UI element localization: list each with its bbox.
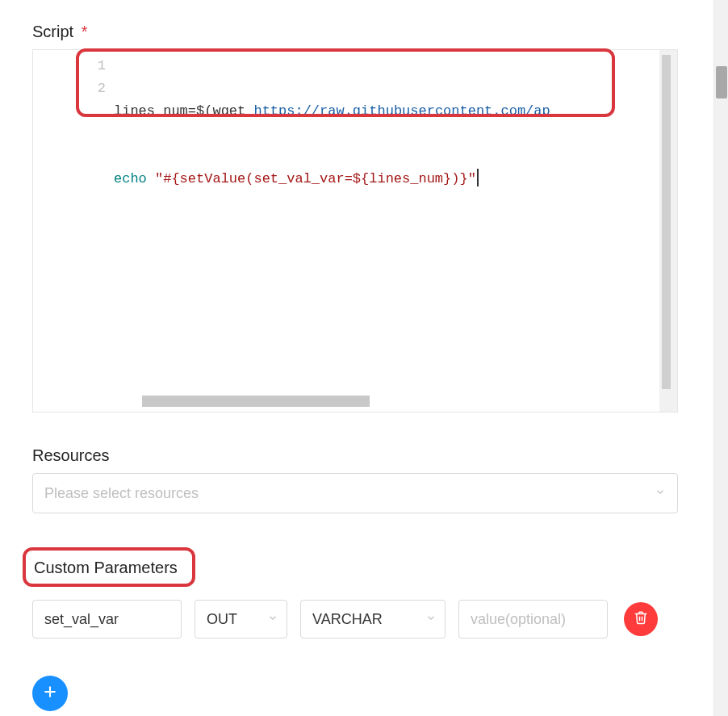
- plus-icon: [42, 684, 58, 703]
- required-asterisk: *: [82, 23, 88, 40]
- code-token: wget: [212, 103, 253, 119]
- param-type-select[interactable]: VARCHAR: [300, 600, 446, 639]
- chevron-down-icon: [267, 611, 278, 628]
- delete-param-button[interactable]: [624, 602, 658, 636]
- param-name-input[interactable]: set_val_var: [32, 600, 182, 639]
- code-token: =$(: [188, 103, 213, 119]
- code-token: echo: [114, 171, 147, 186]
- param-name-value: set_val_var: [44, 611, 119, 628]
- code-token: #{setValue(set_val_var=${lines_num})}: [163, 171, 467, 186]
- code-token: ": [468, 171, 476, 186]
- resources-placeholder: Please select resources: [44, 485, 199, 502]
- code-token: lines_num: [114, 103, 188, 119]
- param-row: set_val_var OUT VARCHAR value(optional): [32, 600, 678, 639]
- add-param-button[interactable]: [32, 676, 68, 711]
- text-cursor: [477, 169, 479, 186]
- page-scrollbar-thumb[interactable]: [716, 66, 727, 98]
- code-url: https://raw.githubusercontent.com/ap: [253, 103, 550, 119]
- line-number: 2: [73, 77, 106, 100]
- param-direction-value: OUT: [207, 611, 237, 628]
- line-number: 1: [73, 55, 106, 77]
- resources-select[interactable]: Please select resources: [32, 473, 678, 513]
- code-line-1[interactable]: lines_num=$(wget https://raw.githubuserc…: [114, 100, 661, 123]
- code-area[interactable]: lines_num=$(wget https://raw.githubuserc…: [114, 55, 661, 236]
- param-value-placeholder: value(optional): [471, 611, 566, 628]
- code-line-2[interactable]: echo "#{setValue(set_val_var=${lines_num…: [114, 168, 661, 191]
- custom-params-highlight-box: Custom Parameters: [23, 547, 195, 587]
- custom-params-label-text: Custom Parameters: [34, 559, 178, 576]
- script-label: Script *: [32, 23, 678, 41]
- custom-params-label: Custom Parameters: [34, 559, 178, 577]
- resources-label-text: Resources: [32, 446, 110, 464]
- page-scrollbar[interactable]: [713, 0, 728, 716]
- script-label-text: Script: [32, 23, 73, 40]
- chevron-down-icon: [655, 485, 666, 502]
- editor-horizontal-scrollbar-thumb[interactable]: [142, 396, 370, 407]
- param-direction-select[interactable]: OUT: [195, 600, 287, 639]
- chevron-down-icon: [425, 611, 437, 628]
- trash-icon: [634, 610, 648, 628]
- param-type-value: VARCHAR: [312, 611, 383, 628]
- editor-vertical-scrollbar-thumb[interactable]: [662, 55, 671, 389]
- code-token: ": [147, 171, 163, 186]
- resources-label: Resources: [32, 446, 678, 465]
- param-value-input[interactable]: value(optional): [458, 600, 608, 639]
- script-editor[interactable]: 1 2 lines_num=$(wget https://raw.githubu…: [32, 49, 678, 412]
- editor-vertical-scrollbar[interactable]: [659, 50, 677, 412]
- line-gutter: 1 2: [73, 55, 106, 100]
